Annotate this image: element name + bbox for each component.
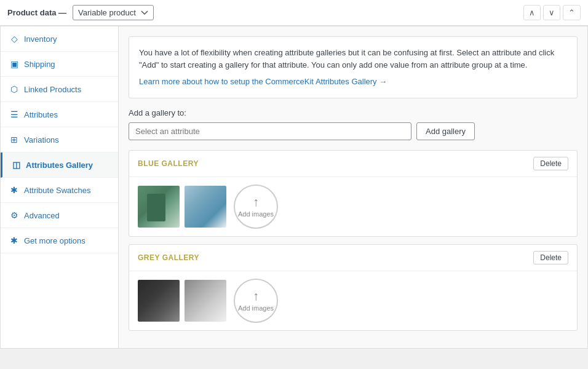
swatches-icon: ✱ [9, 185, 19, 195]
sidebar-item-inventory[interactable]: ◇ Inventory [1, 26, 118, 52]
collapse-down-button[interactable]: ∨ [543, 5, 560, 20]
link-icon: ⬡ [9, 84, 19, 94]
grey-add-images-label: Add images [238, 304, 274, 312]
info-box: You have a lot of flexibility when creat… [129, 36, 578, 98]
blue-gallery-add-images-button[interactable]: ↑ Add images [234, 184, 278, 229]
attributes-icon: ☰ [9, 109, 19, 119]
content-area: You have a lot of flexibility when creat… [119, 26, 587, 348]
sidebar-item-attribute-swatches[interactable]: ✱ Attribute Swatches [1, 178, 118, 203]
blue-gallery-card: BLUE GALLERY Delete ↑ Add images [129, 150, 578, 237]
upload-icon: ↑ [253, 196, 259, 208]
grey-gallery-add-images-button[interactable]: ↑ Add images [234, 279, 278, 323]
sidebar-item-label: Attribute Swatches [24, 186, 90, 195]
add-gallery-button[interactable]: Add gallery [416, 122, 475, 140]
blue-gallery-header: BLUE GALLERY Delete [129, 151, 577, 177]
grey-gallery-image-2[interactable] [185, 280, 226, 322]
sidebar-item-advanced[interactable]: ⚙ Advanced [1, 203, 118, 228]
main-layout: ◇ Inventory ▣ Shipping ⬡ Linked Products… [0, 26, 588, 349]
grey-gallery-title: GREY GALLERY [138, 253, 199, 262]
sidebar-item-label: Variations [24, 135, 59, 145]
product-data-label: Product data — [7, 8, 66, 17]
upload-icon: ↑ [253, 290, 259, 302]
grey-gallery-images: ↑ Add images [129, 271, 577, 330]
blue-gallery-images: ↑ Add images [129, 177, 577, 236]
inventory-icon: ◇ [9, 34, 19, 44]
sidebar: ◇ Inventory ▣ Shipping ⬡ Linked Products… [1, 26, 119, 348]
add-gallery-label: Add a gallery to: [129, 108, 578, 117]
add-gallery-section: Add a gallery to: Add gallery [129, 108, 578, 140]
sidebar-item-label: Shipping [24, 60, 55, 69]
sidebar-item-label: Attributes Gallery [26, 161, 93, 170]
sidebar-item-label: Get more options [24, 236, 85, 245]
blue-gallery-image-1[interactable] [138, 186, 180, 228]
sidebar-item-attributes-gallery[interactable]: ◫ Attributes Gallery [1, 153, 118, 178]
header-actions: ∧ ∨ ⌃ [523, 5, 581, 20]
gallery-icon: ◫ [11, 160, 21, 170]
grey-gallery-card: GREY GALLERY Delete ↑ Add images [129, 244, 578, 331]
sidebar-item-label: Linked Products [24, 85, 81, 94]
shipping-icon: ▣ [9, 59, 19, 69]
product-data-header: Product data — Variable product ∧ ∨ ⌃ [0, 0, 588, 26]
blue-gallery-delete-button[interactable]: Delete [533, 157, 568, 170]
more-options-icon: ✱ [9, 236, 19, 245]
info-text: You have a lot of flexibility when creat… [139, 47, 567, 71]
sidebar-item-label: Advanced [24, 211, 60, 220]
blue-add-images-label: Add images [238, 210, 274, 218]
variations-icon: ⊞ [9, 135, 19, 145]
add-gallery-row: Add gallery [129, 122, 578, 140]
sidebar-item-variations[interactable]: ⊞ Variations [1, 127, 118, 153]
sidebar-item-linked-products[interactable]: ⬡ Linked Products [1, 77, 118, 102]
page-wrapper: Product data — Variable product ∧ ∨ ⌃ ◇ … [0, 0, 588, 369]
collapse-up-button[interactable]: ∧ [523, 5, 541, 20]
grey-gallery-header: GREY GALLERY Delete [129, 245, 577, 271]
sidebar-item-label: Inventory [24, 34, 57, 44]
sidebar-item-label: Attributes [24, 110, 58, 119]
expand-button[interactable]: ⌃ [563, 5, 581, 20]
advanced-icon: ⚙ [9, 210, 19, 220]
blue-gallery-title: BLUE GALLERY [138, 159, 199, 168]
product-type-select[interactable]: Variable product [73, 5, 154, 20]
sidebar-item-attributes[interactable]: ☰ Attributes [1, 102, 118, 127]
grey-gallery-image-1[interactable] [138, 280, 180, 322]
info-link[interactable]: Learn more about how to setup the Commer… [139, 77, 387, 86]
sidebar-item-get-more-options[interactable]: ✱ Get more options [1, 228, 118, 253]
attribute-select-input[interactable] [129, 122, 411, 140]
sidebar-item-shipping[interactable]: ▣ Shipping [1, 52, 118, 77]
grey-gallery-delete-button[interactable]: Delete [533, 251, 568, 264]
blue-gallery-image-2[interactable] [185, 186, 226, 228]
